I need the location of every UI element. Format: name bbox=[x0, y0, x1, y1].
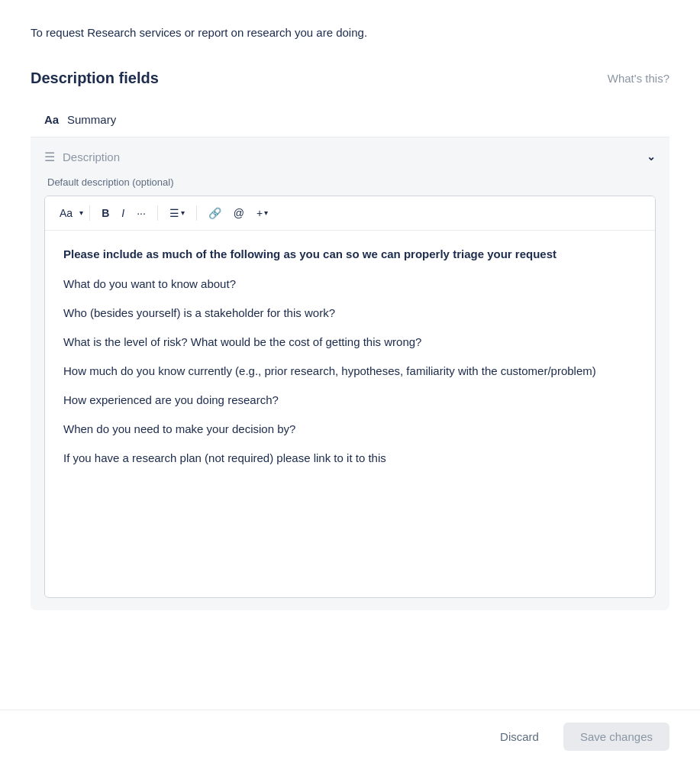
description-header[interactable]: ☰ Description ⌄ bbox=[44, 150, 656, 164]
insert-group: 🔗 @ + ▾ bbox=[203, 204, 273, 222]
editor-container: Aa ▾ B I ··· ☰ ▾ bbox=[44, 196, 656, 598]
description-icon: ☰ bbox=[44, 150, 55, 164]
font-button[interactable]: Aa bbox=[54, 204, 78, 222]
add-chevron-icon: ▾ bbox=[264, 209, 268, 217]
plus-icon: + bbox=[256, 207, 263, 219]
list-button[interactable]: ☰ ▾ bbox=[164, 204, 190, 222]
discard-button[interactable]: Discard bbox=[488, 723, 551, 751]
list-group: ☰ ▾ bbox=[164, 204, 190, 222]
page-container: To request Research services or report o… bbox=[0, 0, 700, 687]
editor-paragraph-0: What do you want to know about? bbox=[63, 275, 637, 293]
link-button[interactable]: 🔗 bbox=[203, 204, 227, 222]
section-header: Description fields What's this? bbox=[31, 70, 669, 87]
summary-icon: Aa bbox=[44, 113, 60, 126]
list-chevron-icon: ▾ bbox=[181, 209, 185, 217]
link-icon: 🔗 bbox=[208, 207, 221, 219]
italic-button[interactable]: I bbox=[116, 204, 130, 222]
description-placeholder: Description bbox=[63, 150, 120, 163]
format-group: B I ··· bbox=[96, 204, 151, 222]
editor-paragraph-1: Who (besides yourself) is a stakeholder … bbox=[63, 304, 637, 322]
toolbar-separator-1 bbox=[89, 205, 90, 221]
section-title: Description fields bbox=[31, 70, 159, 87]
editor-heading: Please include as much of the following … bbox=[63, 246, 637, 263]
editor-paragraph-2: What is the level of risk? What would be… bbox=[63, 333, 637, 351]
toolbar-separator-2 bbox=[157, 205, 158, 221]
chevron-down-icon: ⌄ bbox=[647, 150, 656, 163]
editor-toolbar: Aa ▾ B I ··· ☰ ▾ bbox=[45, 196, 655, 231]
description-left: ☰ Description bbox=[44, 150, 120, 164]
footer-bar: Discard Save changes bbox=[0, 710, 700, 763]
save-changes-button[interactable]: Save changes bbox=[563, 723, 669, 751]
whats-this-link[interactable]: What's this? bbox=[608, 72, 669, 85]
editor-paragraph-5: When do you need to make your decision b… bbox=[63, 420, 637, 438]
summary-row: Aa Summary bbox=[31, 102, 669, 137]
font-group: Aa ▾ bbox=[54, 204, 83, 222]
default-description-label: Default description (optional) bbox=[44, 176, 656, 188]
list-icon: ☰ bbox=[169, 207, 179, 219]
toolbar-separator-3 bbox=[196, 205, 197, 221]
summary-label: Summary bbox=[67, 113, 116, 126]
editor-paragraph-4: How experienced are you doing research? bbox=[63, 391, 637, 409]
fields-container: Aa Summary ☰ Description ⌄ Default descr… bbox=[31, 102, 669, 610]
bold-button[interactable]: B bbox=[96, 204, 115, 222]
font-chevron-icon: ▾ bbox=[79, 209, 83, 217]
editor-content[interactable]: Please include as much of the following … bbox=[45, 231, 655, 597]
more-button[interactable]: ··· bbox=[131, 204, 151, 222]
intro-text: To request Research services or report o… bbox=[31, 24, 669, 42]
add-button[interactable]: + ▾ bbox=[251, 204, 273, 222]
mention-button[interactable]: @ bbox=[228, 204, 250, 222]
description-row: ☰ Description ⌄ Default description (opt… bbox=[31, 137, 669, 610]
editor-paragraph-3: How much do you know currently (e.g., pr… bbox=[63, 362, 637, 380]
editor-paragraph-6: If you have a research plan (not require… bbox=[63, 449, 637, 467]
